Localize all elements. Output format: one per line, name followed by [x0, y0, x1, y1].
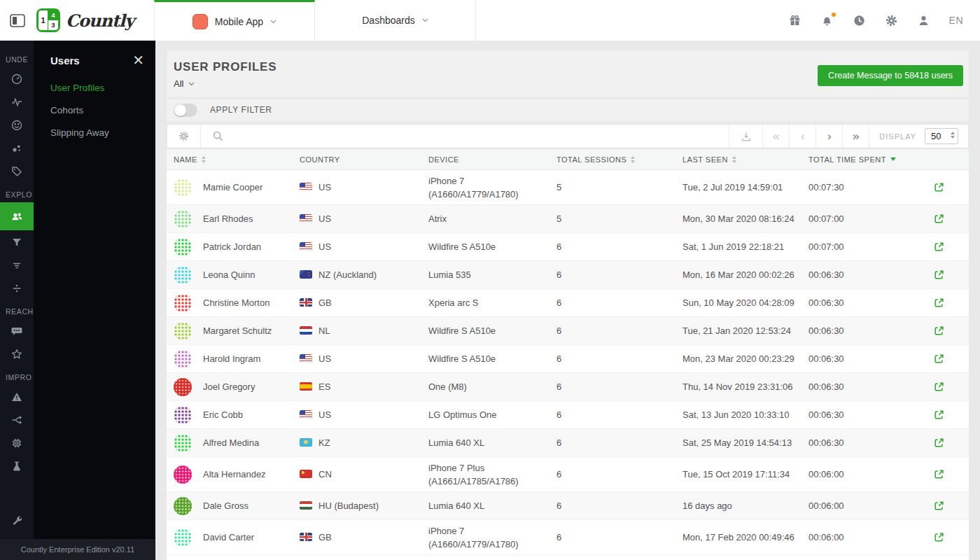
- table-row[interactable]: Eric Cobb US LG Optimus One 6 Sat, 13 Ju…: [167, 401, 969, 429]
- open-profile-icon[interactable]: [934, 241, 944, 252]
- funnel-icon[interactable]: [0, 230, 34, 253]
- stepper-arrows-icon[interactable]: [951, 132, 955, 139]
- sort-icon[interactable]: [732, 156, 736, 163]
- table-row[interactable]: Mamie Cooper US iPhone 7 (A1660/A1779/A1…: [167, 170, 969, 205]
- flyout-item-slipping-away[interactable]: Slipping Away: [50, 127, 155, 138]
- last-seen: Tue, 21 Jan 2020 12:53:24: [682, 326, 791, 336]
- pulse-icon[interactable]: [0, 90, 34, 113]
- open-profile-icon[interactable]: [934, 532, 944, 542]
- column-header[interactable]: NAME: [174, 155, 206, 164]
- segment-dropdown[interactable]: All: [174, 78, 195, 89]
- app-selector[interactable]: Mobile App: [154, 0, 315, 41]
- open-profile-icon[interactable]: [934, 298, 944, 308]
- page-header: USER PROFILES All Create Message to 5841…: [167, 50, 969, 98]
- apply-filter-label: APPLY FILTER: [210, 105, 272, 115]
- table-row[interactable]: Dale Gross HU (Budapest) Lumia 640 XL 6 …: [167, 492, 969, 520]
- device-name: Wildfire S A510e: [428, 326, 496, 336]
- flyout-item-user-profiles[interactable]: User Profiles: [50, 83, 155, 93]
- filter-lines-icon[interactable]: [0, 253, 34, 276]
- table-row[interactable]: Alfred Medina KZ Lumia 640 XL 6 Sat, 25 …: [167, 429, 969, 457]
- app-icon: [192, 14, 208, 29]
- open-profile-icon[interactable]: [934, 382, 944, 392]
- user-name: Christine Morton: [203, 297, 270, 309]
- open-profile-icon[interactable]: [934, 469, 944, 479]
- dashboards-menu[interactable]: Dashboards: [315, 0, 476, 41]
- table-row[interactable]: Earl Rhodes US Atrix 5 Mon, 30 Mar 2020 …: [167, 205, 969, 233]
- table-row[interactable]: Margaret Schultz NL Wildfire S A510e 6 T…: [167, 317, 969, 345]
- table-row[interactable]: Patrick Jordan US Wildfire S A510e 6 Sat…: [167, 233, 969, 261]
- close-icon[interactable]: ✕: [132, 53, 144, 67]
- table-row[interactable]: David Carter GB iPhone 7 (A1660/A1779/A1…: [167, 520, 969, 555]
- clock-icon[interactable]: [853, 14, 866, 27]
- top-bar: 143 Countly Mobile App Dashboards: [0, 0, 980, 41]
- country-code: US: [318, 353, 331, 365]
- country-code: CN: [318, 468, 332, 481]
- wrench-icon[interactable]: [0, 509, 34, 532]
- sort-desc-icon[interactable]: [890, 158, 896, 161]
- total-time-spent: 00:06:30: [808, 438, 844, 448]
- divide-icon[interactable]: [0, 276, 34, 300]
- column-header: DEVICE: [428, 155, 548, 164]
- user-name: Earl Rhodes: [203, 213, 253, 225]
- smiley-icon[interactable]: [0, 113, 34, 136]
- sidebar-toggle-icon[interactable]: [10, 13, 27, 28]
- country-flag-icon: [300, 533, 312, 541]
- country-code: HU (Budapest): [318, 500, 379, 512]
- country-code: KZ: [318, 437, 330, 449]
- search-button[interactable]: [201, 125, 234, 148]
- total-sessions: 6: [556, 298, 561, 308]
- version-footer: Countly Enterprise Edition v20.11: [0, 539, 155, 560]
- gift-icon[interactable]: [788, 14, 802, 27]
- device-name: Lumia 640 XL: [428, 500, 484, 511]
- open-profile-icon[interactable]: [934, 182, 944, 192]
- flask-icon[interactable]: [0, 454, 34, 477]
- create-message-button[interactable]: Create Message to 58418 users: [818, 65, 963, 86]
- open-profile-icon[interactable]: [934, 354, 944, 364]
- display-label: DISPLAY: [879, 132, 916, 141]
- chip-icon[interactable]: [0, 431, 34, 454]
- user-name: Leona Quinn: [203, 269, 255, 281]
- star-icon[interactable]: [0, 342, 34, 365]
- open-profile-icon[interactable]: [934, 500, 944, 511]
- last-seen: Mon, 30 Mar 2020 08:16:24: [682, 214, 794, 224]
- first-page-icon[interactable]: «: [762, 125, 789, 148]
- countly-logo[interactable]: 143 Countly: [36, 8, 134, 32]
- open-profile-icon[interactable]: [934, 438, 944, 448]
- table-row[interactable]: Leona Quinn NZ (Auckland) Lumia 535 6 Mo…: [167, 261, 969, 289]
- export-download-button[interactable]: [729, 125, 762, 148]
- column-header[interactable]: TOTAL SESSIONS: [556, 155, 682, 164]
- gear-icon[interactable]: [885, 14, 898, 27]
- sort-icon[interactable]: [631, 156, 635, 163]
- flyout-item-cohorts[interactable]: Cohorts: [50, 105, 155, 115]
- language-selector[interactable]: EN: [949, 15, 963, 26]
- table-row[interactable]: Christine Morton GB Xperia arc S 6 Sun, …: [167, 289, 969, 317]
- country-code: US: [318, 181, 331, 194]
- user-name: Dale Gross: [203, 500, 248, 512]
- sort-icon[interactable]: [202, 156, 206, 163]
- bell-icon[interactable]: [820, 14, 834, 27]
- user-icon[interactable]: [917, 14, 930, 27]
- table-settings-button[interactable]: [167, 125, 201, 148]
- table-row[interactable]: Alta Hernandez CN iPhone 7 Plus (A1661/A…: [167, 457, 969, 492]
- table-row[interactable]: Joel Gregory ES One (M8) 6 Thu, 14 Nov 2…: [167, 373, 969, 401]
- table-row[interactable]: Harold Ingram US Wildfire S A510e 6 Mon,…: [167, 345, 969, 373]
- users-icon[interactable]: [0, 202, 34, 230]
- open-profile-icon[interactable]: [934, 410, 944, 420]
- tag-icon[interactable]: [0, 160, 34, 183]
- column-header[interactable]: TOTAL TIME SPENT: [808, 155, 934, 164]
- last-page-icon[interactable]: »: [842, 125, 869, 148]
- flow-icon[interactable]: [0, 408, 34, 431]
- bubbles-icon[interactable]: [0, 136, 34, 160]
- open-profile-icon[interactable]: [934, 326, 944, 336]
- column-header[interactable]: LAST SEEN: [682, 155, 808, 164]
- warning-icon[interactable]: [0, 385, 34, 408]
- open-profile-icon[interactable]: [934, 214, 944, 224]
- open-profile-icon[interactable]: [934, 270, 944, 280]
- next-page-icon[interactable]: ›: [816, 125, 842, 148]
- flyout-title: Users: [50, 55, 80, 66]
- apply-filter-toggle[interactable]: [174, 104, 197, 117]
- previous-page-icon[interactable]: ‹: [789, 125, 816, 148]
- speedometer-icon[interactable]: [0, 67, 34, 90]
- last-seen: Sat, 1 Jun 2019 22:18:21: [682, 241, 784, 252]
- chat-icon[interactable]: [0, 319, 34, 342]
